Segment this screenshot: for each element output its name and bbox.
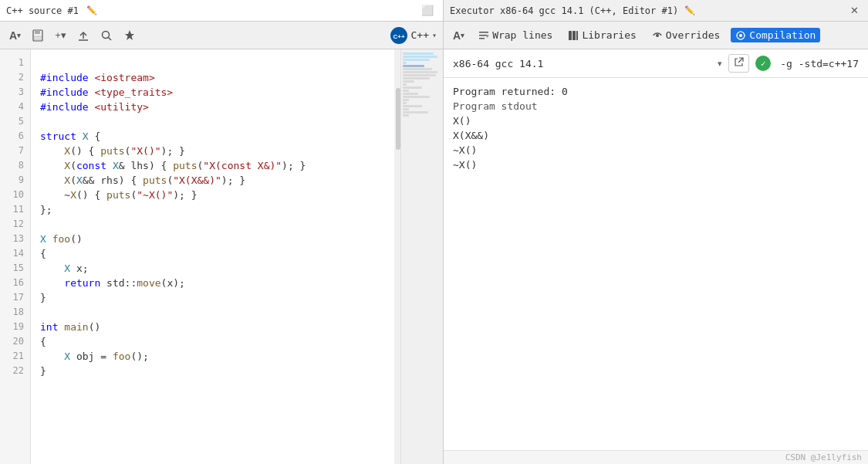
libraries-label: Libraries — [582, 29, 636, 41]
stdout-label: Program stdout — [453, 99, 859, 113]
left-tab-title: C++ source #1 — [6, 5, 79, 16]
cpp-label: C++ — [410, 29, 428, 41]
compilation-label: Compilation — [749, 29, 816, 41]
output-area: Program returned: 0 Program stdout X() X… — [444, 78, 868, 450]
close-right-tab-btn[interactable]: ✕ — [847, 3, 862, 18]
watermark: CSDN @Je1lyfish — [444, 450, 868, 464]
left-toolbar: A▾ +▾ C++ C++ ▾ — [0, 22, 443, 49]
stdout-line-2: X(X&&) — [453, 128, 859, 143]
edit-tab-name-btn[interactable]: ✏️ — [83, 4, 100, 17]
wrap-lines-btn[interactable]: Wrap lines — [474, 28, 557, 42]
maximize-btn[interactable]: ⬜ — [418, 3, 437, 18]
svg-rect-11 — [572, 31, 576, 40]
svg-point-3 — [102, 31, 109, 38]
compiler-dropdown-btn[interactable]: ▾ — [718, 59, 722, 69]
search-btn[interactable] — [97, 28, 116, 43]
compilation-btn[interactable]: Compilation — [731, 28, 820, 42]
svg-rect-1 — [35, 30, 40, 34]
compiler-name: x86-64 gcc 14.1 — [453, 58, 711, 69]
compiler-external-btn[interactable] — [728, 54, 749, 73]
stdout-line-3: ~X() — [453, 143, 859, 157]
svg-rect-12 — [576, 31, 578, 40]
compiler-selector: x86-64 gcc 14.1 ▾ ✓ -g -std=c++17 — [444, 49, 868, 78]
cpp-dropdown-arrow[interactable]: ▾ — [432, 31, 437, 39]
right-panel: Executor x86-64 gcc 14.1 (C++, Editor #1… — [444, 0, 868, 464]
pin-btn[interactable] — [120, 28, 139, 43]
right-toolbar: A▾ Wrap lines Libraries Overrides Compil… — [444, 22, 868, 49]
scrollbar-thumb[interactable] — [396, 88, 400, 150]
share-btn[interactable] — [74, 28, 93, 43]
stdout-line-1: X() — [453, 113, 859, 128]
libraries-btn[interactable]: Libraries — [563, 28, 640, 42]
compiler-flags: -g -std=c++17 — [780, 58, 859, 69]
stdout-line-4: ~X() — [453, 157, 859, 172]
add-btn[interactable]: +▾ — [52, 28, 69, 42]
svg-point-13 — [656, 34, 659, 37]
left-panel: C++ source #1 ✏️ ⬜ A▾ +▾ C++ — [0, 0, 444, 464]
svg-line-4 — [108, 37, 111, 40]
watermark-text: CSDN @Je1lyfish — [785, 452, 862, 462]
font-size-btn[interactable]: A▾ — [6, 28, 24, 43]
right-tab-title: Executor x86-64 gcc 14.1 (C++, Editor #1… — [450, 5, 678, 16]
scrollbar-track — [394, 49, 400, 464]
svg-rect-2 — [34, 36, 42, 40]
minimap — [400, 49, 443, 464]
left-tab-header: C++ source #1 ✏️ ⬜ — [0, 0, 443, 22]
return-line: Program returned: 0 — [453, 84, 859, 99]
right-font-size-btn[interactable]: A▾ — [450, 28, 468, 43]
wrap-lines-label: Wrap lines — [492, 29, 552, 41]
code-area: 12345 678910 1112131415 1617181920 2122 … — [0, 49, 443, 464]
svg-rect-7 — [479, 32, 488, 33]
overrides-label: Overrides — [666, 29, 720, 41]
svg-point-15 — [739, 34, 742, 37]
overrides-btn[interactable]: Overrides — [647, 28, 724, 42]
cpp-logo: C++ — [390, 27, 407, 44]
svg-line-16 — [738, 58, 743, 63]
svg-text:C++: C++ — [393, 33, 405, 40]
save-btn[interactable] — [29, 28, 47, 43]
right-tab-bar: Executor x86-64 gcc 14.1 (C++, Editor #1… — [444, 0, 868, 22]
svg-rect-10 — [569, 31, 572, 40]
svg-rect-9 — [479, 38, 485, 39]
edit-right-tab-btn[interactable]: ✏️ — [681, 4, 698, 17]
line-numbers: 12345 678910 1112131415 1617181920 2122 — [0, 49, 31, 464]
code-content[interactable]: #include <iostream> #include <type_trait… — [31, 49, 400, 464]
main-container: C++ source #1 ✏️ ⬜ A▾ +▾ C++ — [0, 0, 868, 464]
svg-rect-8 — [479, 35, 487, 36]
status-indicator: ✓ — [755, 56, 771, 71]
status-check: ✓ — [761, 59, 766, 69]
